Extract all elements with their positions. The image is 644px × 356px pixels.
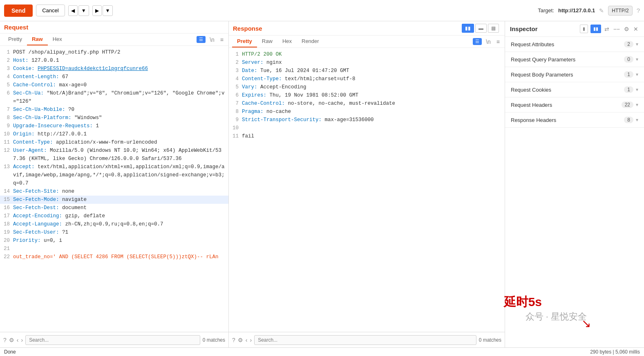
inspector-row[interactable]: Request Query Parameters0▾ bbox=[505, 52, 644, 67]
line-content: Sec-Ch-Ua: "Not/A)Brand";v="8", "Chromiu… bbox=[13, 89, 227, 106]
inspector-row[interactable]: Response Headers8▾ bbox=[505, 113, 644, 128]
line-content: Sec-Ch-Ua-Platform: "Windows" bbox=[13, 114, 227, 122]
tab-request-hex[interactable]: Hex bbox=[48, 34, 67, 45]
table-row: 1POST /shop/alipay_notify.php HTTP/2 bbox=[0, 48, 228, 56]
chevron-down-icon: ▾ bbox=[636, 117, 638, 123]
request-more-icon[interactable]: ≡ bbox=[219, 36, 225, 44]
main-content: Request Pretty Raw Hex ☰ \n ≡ 1POST /sho… bbox=[0, 21, 644, 347]
inspector-row[interactable]: Request Headers22▾ bbox=[505, 97, 644, 113]
inspector-close-icon[interactable]: ✕ bbox=[633, 25, 639, 33]
line-number: 3 bbox=[230, 67, 242, 75]
inspector-row[interactable]: Request Attributes2▾ bbox=[505, 37, 644, 52]
nav-back-dropdown[interactable]: ▼ bbox=[78, 5, 89, 16]
inspector-filter-icon[interactable]: −− bbox=[613, 25, 621, 33]
inspector-row[interactable]: Request Body Parameters1▾ bbox=[505, 67, 644, 82]
line-number: 22 bbox=[2, 253, 13, 261]
line-content: Accept: text/html,application/xhtml+xml,… bbox=[13, 163, 227, 187]
view-toggle-list[interactable]: ▬ bbox=[475, 24, 487, 33]
line-number: 16 bbox=[2, 204, 13, 212]
response-panel-header: Response ▮▮ ▬ ▩ bbox=[229, 21, 505, 36]
inspector-row-badge: 1 bbox=[624, 86, 633, 93]
inspector-row-label: Request Cookies bbox=[511, 87, 624, 93]
cancel-button[interactable]: Cancel bbox=[36, 5, 65, 16]
line-content: Priority: u=0, i bbox=[13, 237, 227, 245]
inspector-title: Inspector bbox=[510, 25, 580, 32]
line-content: Sec-Fetch-User: ?1 bbox=[13, 228, 227, 237]
line-content: Origin: http://127.0.0.1 bbox=[13, 130, 227, 138]
line-content: Accept-Language: zh-CN,zh;q=0.9,ru;q=0.8… bbox=[13, 220, 227, 228]
table-row: 18Accept-Language: zh-CN,zh;q=0.9,ru;q=0… bbox=[0, 220, 228, 228]
nav-back-button[interactable]: ◀ bbox=[68, 5, 78, 16]
table-row: 2Host: 127.0.0.1 bbox=[0, 56, 228, 65]
response-code-area[interactable]: 1HTTP/2 200 OK2Server: nginx3Date: Tue, … bbox=[229, 48, 505, 332]
request-search-bar: ? ⚙ ‹ › 0 matches bbox=[0, 332, 228, 347]
inspector-row-label: Response Headers bbox=[511, 117, 624, 123]
response-help-icon[interactable]: ? bbox=[232, 337, 235, 343]
request-newline-icon[interactable]: \n bbox=[208, 36, 216, 44]
table-row: 5Vary: Accept-Encoding bbox=[229, 83, 505, 91]
tab-response-hex[interactable]: Hex bbox=[277, 36, 297, 47]
request-help-icon[interactable]: ? bbox=[3, 337, 7, 343]
http-version-selector[interactable]: HTTP/2 bbox=[608, 6, 632, 16]
response-more-icon[interactable]: ≡ bbox=[495, 38, 501, 46]
response-search-matches: 0 matches bbox=[479, 337, 501, 343]
tab-request-pretty[interactable]: Pretty bbox=[3, 34, 27, 45]
response-view-toggles: ▮▮ ▬ ▩ bbox=[462, 24, 499, 33]
table-row: 4Content-Type: text/html;charset=utf-8 bbox=[229, 75, 505, 83]
chevron-down-icon: ▾ bbox=[636, 56, 638, 62]
line-number: 21 bbox=[2, 245, 13, 253]
request-code-area[interactable]: 1POST /shop/alipay_notify.php HTTP/22Hos… bbox=[0, 46, 228, 332]
request-search-prev-icon[interactable]: ‹ bbox=[17, 337, 19, 343]
response-format-icon[interactable]: ☰ bbox=[473, 38, 482, 45]
line-content: Expires: Thu, 19 Nov 1981 08:52:00 GMT bbox=[242, 91, 503, 99]
edit-target-icon[interactable]: ✎ bbox=[599, 7, 604, 14]
line-number: 14 bbox=[2, 187, 13, 196]
request-search-next-icon[interactable]: › bbox=[21, 337, 23, 343]
response-search-prev-icon[interactable]: ‹ bbox=[246, 337, 248, 343]
line-content: Content-Type: application/x-www-form-url… bbox=[13, 138, 227, 146]
tab-response-render[interactable]: Render bbox=[297, 36, 324, 47]
tab-response-pretty[interactable]: Pretty bbox=[232, 36, 257, 47]
help-icon[interactable]: ? bbox=[637, 7, 640, 14]
response-newline-icon[interactable]: \n bbox=[484, 38, 492, 46]
table-row: 8Pragma: no-cache bbox=[229, 108, 505, 116]
line-number: 1 bbox=[2, 48, 13, 56]
line-number: 5 bbox=[2, 81, 13, 89]
request-search-input[interactable] bbox=[25, 335, 200, 345]
chevron-down-icon: ▾ bbox=[636, 102, 638, 108]
inspector-settings-icon[interactable]: ⚙ bbox=[623, 25, 630, 33]
line-number: 7 bbox=[2, 106, 13, 114]
line-content: Sec-Fetch-Mode: navigate bbox=[13, 196, 227, 204]
view-toggle-grid[interactable]: ▩ bbox=[488, 24, 499, 33]
tab-response-raw[interactable]: Raw bbox=[257, 36, 277, 47]
table-row: 19Sec-Fetch-User: ?1 bbox=[0, 228, 228, 237]
line-content: Cache-Control: no-store, no-cache, must-… bbox=[242, 99, 503, 108]
line-number: 2 bbox=[230, 59, 242, 67]
inspector-view-small[interactable]: ▮ bbox=[580, 25, 588, 33]
inspector-row[interactable]: Request Cookies1▾ bbox=[505, 82, 644, 97]
table-row: 15Sec-Fetch-Mode: navigate bbox=[0, 196, 228, 204]
response-search-input[interactable] bbox=[254, 335, 476, 345]
inspector-view-large[interactable]: ▮▮ bbox=[590, 25, 601, 33]
line-content: Host: 127.0.0.1 bbox=[13, 56, 227, 65]
inspector-align-icon[interactable]: ⇄ bbox=[604, 25, 610, 33]
send-button[interactable]: Send bbox=[4, 5, 33, 17]
line-number: 2 bbox=[2, 56, 13, 65]
line-content: Upgrade-Insecure-Requests: 1 bbox=[13, 122, 227, 130]
nav-forward-dropdown[interactable]: ▼ bbox=[103, 5, 113, 16]
nav-forward-button[interactable]: ▶ bbox=[92, 5, 102, 16]
inspector-row-badge: 8 bbox=[624, 117, 633, 123]
line-number: 10 bbox=[2, 130, 13, 138]
line-content: Sec-Fetch-Site: none bbox=[13, 187, 227, 196]
table-row: 9Strict-Transport-Security: max-age=3153… bbox=[229, 116, 505, 124]
response-search-next-icon[interactable]: › bbox=[250, 337, 252, 343]
request-format-icon[interactable]: ☰ bbox=[197, 36, 206, 43]
request-search-settings-icon[interactable]: ⚙ bbox=[9, 337, 14, 343]
view-toggle-split[interactable]: ▮▮ bbox=[462, 24, 474, 33]
line-content: out_trade_no=' AND (SELECT 4286 FROM (SE… bbox=[13, 253, 227, 261]
tab-request-raw[interactable]: Raw bbox=[27, 34, 48, 45]
response-search-settings-icon[interactable]: ⚙ bbox=[238, 337, 243, 343]
target-info: Target: http://127.0.0.1 ✎ HTTP/2 ? bbox=[538, 6, 640, 16]
table-row: 22out_trade_no=' AND (SELECT 4286 FROM (… bbox=[0, 253, 228, 261]
target-url: http://127.0.0.1 bbox=[558, 7, 595, 14]
